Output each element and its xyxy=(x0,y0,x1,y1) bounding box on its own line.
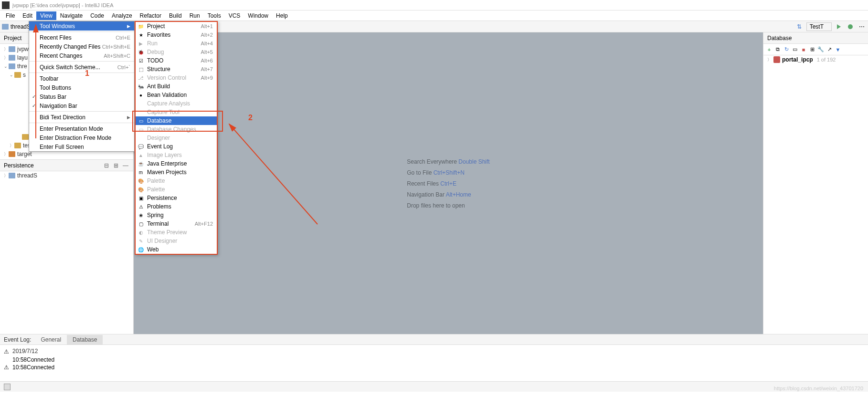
menu-window[interactable]: Window xyxy=(244,11,272,20)
datasource-name: portal_ipcp xyxy=(782,56,813,63)
view-icon[interactable]: ⊞ xyxy=(808,46,816,53)
debug-button[interactable] xyxy=(846,22,855,31)
database-panel-header: Database xyxy=(763,32,868,44)
menu-view[interactable]: View xyxy=(36,11,56,20)
warn-icon: ⚠ xyxy=(4,364,11,371)
submenu-item-palette: 🎨Palette xyxy=(136,177,217,185)
submenu-item-favorites[interactable]: ★FavoritesAlt+2 xyxy=(136,31,217,39)
submenu-item-terminal[interactable]: ▢TerminalAlt+F12 xyxy=(136,219,217,228)
submenu-item-database[interactable]: ▭Database xyxy=(136,116,217,125)
submenu-icon: ● xyxy=(138,92,144,98)
editor-hints: Search Everywhere Double Shift Go to Fil… xyxy=(407,154,489,213)
submenu-item-maven-projects[interactable]: mMaven Projects xyxy=(136,168,217,177)
menubar: File Edit View Navigate Code Analyze Ref… xyxy=(0,10,868,21)
duplicate-icon[interactable]: ⧉ xyxy=(774,46,782,53)
menu-tool-buttons[interactable]: Tool Buttons xyxy=(29,83,134,92)
run-button[interactable] xyxy=(835,22,843,31)
log-tab-general[interactable]: General xyxy=(35,335,67,344)
menu-recent-files[interactable]: Recent FilesCtrl+E xyxy=(29,33,134,42)
more-icon[interactable]: ⋯ xyxy=(857,22,866,31)
menu-fullscreen[interactable]: Enter Full Screen xyxy=(29,142,134,151)
submenu-item-database-changes: ▭Database Changes xyxy=(136,125,217,134)
submenu-item-event-log[interactable]: 💬Event Log xyxy=(136,142,217,151)
hide-icon[interactable]: — xyxy=(122,162,129,169)
console-icon[interactable]: ▭ xyxy=(791,46,799,53)
filter-icon[interactable]: ▼ xyxy=(834,46,842,53)
submenu-item-ant-build[interactable]: 🐜Ant Build xyxy=(136,82,217,91)
run-config-select[interactable]: TestT xyxy=(806,22,832,31)
menu-build[interactable]: Build xyxy=(165,11,186,20)
menu-refactor[interactable]: Refactor xyxy=(136,11,165,20)
submenu-icon xyxy=(138,109,144,115)
sync-icon[interactable]: ⇅ xyxy=(795,22,804,31)
menu-analyze[interactable]: Analyze xyxy=(108,11,136,20)
submenu-label: Java Enterprise xyxy=(147,160,187,167)
submenu-item-designer: Designer xyxy=(136,134,217,142)
database-panel: Database + ⧉ ↻ ▭ ■ ⊞ 🔧 ↗ ▼ 〉 portal_ipcp… xyxy=(763,32,868,334)
menu-vcs[interactable]: VCS xyxy=(225,11,244,20)
submenu-item-structure[interactable]: ⬚StructureAlt+7 xyxy=(136,65,217,73)
submenu-shortcut: Alt+4 xyxy=(201,41,213,46)
tool-windows-submenu: 📁ProjectAlt+1★FavoritesAlt+2▶RunAlt+4🐞De… xyxy=(135,21,218,255)
menu-tool-windows[interactable]: Tool Windows▶ xyxy=(29,21,134,31)
submenu-label: Designer xyxy=(147,135,170,141)
submenu-item-debug: 🐞DebugAlt+5 xyxy=(136,48,217,56)
menu-quick-switch[interactable]: Quick Switch Scheme...Ctrl+` xyxy=(29,63,134,72)
stop-icon[interactable]: ■ xyxy=(800,46,807,53)
log-tab-database[interactable]: Database xyxy=(67,335,103,344)
menu-toolbar[interactable]: Toolbar xyxy=(29,74,134,83)
gear-icon[interactable]: ⊞ xyxy=(112,162,120,169)
menu-run[interactable]: Run xyxy=(186,11,204,20)
menu-file[interactable]: File xyxy=(2,11,19,20)
status-icon[interactable] xyxy=(4,384,11,390)
submenu-label: Palette xyxy=(147,177,165,184)
event-log-area: Event Log: General Database ⚠2019/7/12 1… xyxy=(0,334,868,392)
editor-area: Search Everywhere Double Shift Go to Fil… xyxy=(134,32,763,334)
log-label: Event Log: xyxy=(0,336,35,343)
menu-navigate[interactable]: Navigate xyxy=(56,11,86,20)
submenu-item-theme-preview: ◐Theme Preview xyxy=(136,228,217,237)
submenu-label: Event Log xyxy=(147,143,173,150)
submenu-item-web[interactable]: 🌐Web xyxy=(136,245,217,254)
view-dropdown: Tool Windows▶ Recent FilesCtrl+E Recentl… xyxy=(29,21,135,152)
submenu-icon: 🎨 xyxy=(138,177,144,184)
submenu-icon: ❀ xyxy=(138,212,144,219)
submenu-item-bean-validation[interactable]: ●Bean Validation xyxy=(136,91,217,99)
submenu-icon: 📁 xyxy=(138,23,144,30)
menu-recently-changed[interactable]: Recently Changed FilesCtrl+Shift+E xyxy=(29,42,134,51)
play-icon xyxy=(837,24,841,29)
breadcrumb-item[interactable]: threadS xyxy=(11,23,31,30)
add-icon[interactable]: + xyxy=(765,46,773,53)
menu-tools[interactable]: Tools xyxy=(204,11,225,20)
submenu-label: Problems xyxy=(147,203,171,210)
submenu-item-project[interactable]: 📁ProjectAlt+1 xyxy=(136,22,217,31)
submenu-label: Version Control xyxy=(147,74,186,81)
export-icon[interactable]: ↗ xyxy=(826,46,833,53)
window-title: jvpwpp [E:\idea code\jvpwpp] - IntelliJ … xyxy=(12,2,114,8)
persistence-item[interactable]: 〉threadS xyxy=(0,171,133,180)
menu-recent-changes[interactable]: Recent ChangesAlt+Shift+C xyxy=(29,51,134,60)
submenu-item-persistence[interactable]: ▣Persistence xyxy=(136,194,217,202)
datasource-item[interactable]: 〉 portal_ipcp 1 of 192 xyxy=(763,55,868,64)
oracle-icon xyxy=(773,56,780,63)
submenu-item-java-enterprise[interactable]: ☕Java Enterprise xyxy=(136,159,217,168)
menu-distraction[interactable]: Enter Distraction Free Mode xyxy=(29,133,134,142)
menu-bidi[interactable]: Bidi Text Direction▶ xyxy=(29,113,134,122)
submenu-label: Capture Analysis xyxy=(147,100,190,107)
submenu-label: TODO xyxy=(147,57,163,64)
submenu-shortcut: Alt+6 xyxy=(201,58,213,63)
submenu-item-problems[interactable]: ⚠Problems xyxy=(136,202,217,211)
submenu-label: Spring xyxy=(147,212,164,219)
menu-presentation[interactable]: Enter Presentation Mode xyxy=(29,124,134,133)
menu-code[interactable]: Code xyxy=(86,11,108,20)
pin-icon[interactable]: ⊟ xyxy=(103,162,110,169)
wrench-icon[interactable]: 🔧 xyxy=(817,46,825,53)
menu-status-bar[interactable]: ✓Status Bar xyxy=(29,92,134,101)
submenu-label: Web xyxy=(147,246,159,253)
submenu-item-spring[interactable]: ❀Spring xyxy=(136,211,217,219)
menu-navigation-bar[interactable]: ✓Navigation Bar xyxy=(29,101,134,110)
refresh-icon[interactable]: ↻ xyxy=(783,46,790,53)
submenu-item-todo[interactable]: ☑TODOAlt+6 xyxy=(136,56,217,65)
menu-help[interactable]: Help xyxy=(272,11,292,20)
menu-edit[interactable]: Edit xyxy=(19,11,36,20)
